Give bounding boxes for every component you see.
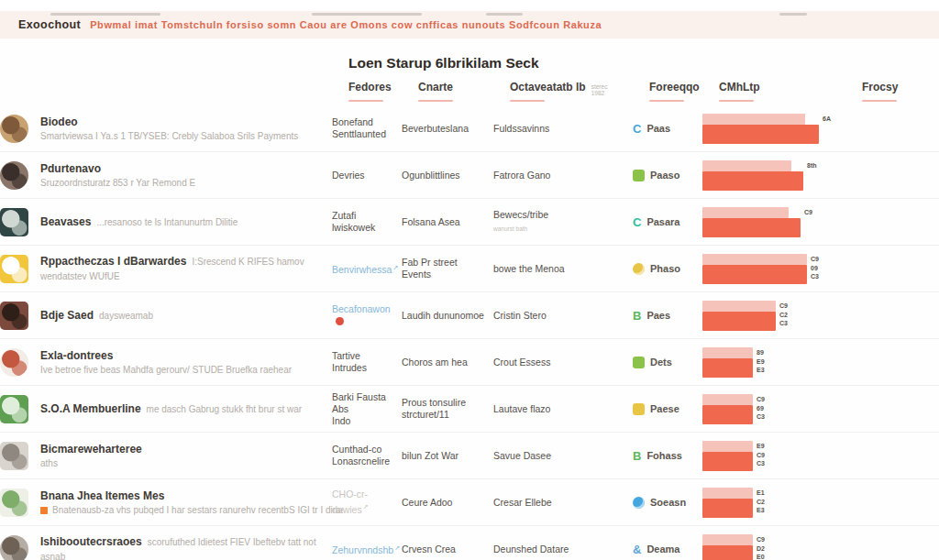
name-line: Pdurtenavo (40, 161, 195, 175)
status-cell: CPaas (633, 123, 702, 135)
name-line: Exla-dontrees (40, 348, 292, 362)
item-name[interactable]: S.O.A Membuerline (40, 402, 141, 415)
bar-value: C9 (779, 302, 788, 311)
bar-chart-cell: 8th (702, 159, 842, 191)
column-header-features[interactable]: Fedores (348, 81, 418, 102)
column-header-detail[interactable]: Octaveatatb lb sterec1982 (510, 81, 649, 102)
bar-chart-cell: C9C2C3 (702, 300, 842, 331)
header-subnote: sterec1982 (591, 81, 608, 102)
feature-value: TartiveIntrudes (332, 350, 367, 373)
bar-value: 6A (823, 115, 831, 124)
external-link-icon: ↗ (392, 264, 398, 270)
status-cell: Phaso (633, 263, 702, 275)
item-name[interactable]: Bdje Saed (40, 309, 94, 322)
detail-cell: Savue Dasee (493, 450, 633, 462)
row-main-cell: Rppactheczas I dBarwardesI:Srescend K RI… (0, 254, 332, 283)
row-main-cell: Bdje Saeddaysweamab (0, 302, 332, 330)
status-icon: B (633, 450, 641, 462)
status-cell: Soeasn (633, 497, 702, 509)
feature-value-link[interactable]: CHO-cr-dawies↗ (332, 489, 369, 515)
bar-value: 09 (811, 264, 819, 273)
table-row: PdurtenavoSruzoordnsturatz 853 r Yar Rem… (0, 151, 939, 198)
detail-cell: Deunshed Datare (493, 544, 633, 555)
features-cell: TartiveIntrudes (332, 350, 402, 374)
bar-solid (702, 265, 807, 284)
bar-value-labels: C9D2E0 (757, 534, 765, 560)
bar-group (702, 301, 776, 331)
bar-group (702, 394, 753, 424)
item-name[interactable]: Beavases (40, 215, 91, 228)
row-main-cell: S.O.A Membuerlineme dasch Gabrug stukk f… (0, 395, 332, 423)
header-underline (418, 100, 453, 102)
bar-light (702, 207, 789, 218)
feature-value-link[interactable]: Becafonawon (332, 303, 391, 314)
row-identity: PdurtenavoSruzoordnsturatz 853 r Yar Rem… (40, 161, 195, 189)
item-name[interactable]: Bnana Jhea Itemes Mes (40, 489, 164, 502)
table-header: Fedores Cnarte Octaveatatb lb sterec1982… (0, 81, 939, 105)
bar-value-labels: E9C9C3 (757, 441, 765, 468)
detail-cell: Fuldssavinns (493, 123, 633, 135)
bar-value: C9 (804, 208, 812, 217)
feature-value-link[interactable]: Benvirwhessa↗ (332, 264, 398, 275)
feature-value: Barki Fausta AbsIndo (332, 391, 386, 426)
feature-value-link[interactable]: Zehurvnndshb↗ (332, 544, 400, 555)
bar-chart-cell: E1C2E3 (702, 487, 842, 518)
avatar (0, 535, 28, 560)
item-name[interactable]: Biodeo (40, 115, 78, 128)
table-row: Bnana Jhea Itemes MesBnatenausb-za vhs p… (0, 478, 939, 525)
status-icon: & (633, 544, 641, 555)
bar-chart-cell: C909C3 (702, 253, 842, 284)
status-label: Paes (646, 310, 670, 321)
charts-cell: Ceure Adoo (402, 497, 493, 509)
bar-value: C3 (811, 272, 819, 281)
feature-value: Devries (332, 170, 365, 181)
item-name[interactable]: Rppactheczas I dBarwardes (40, 255, 186, 268)
bar-group (702, 207, 801, 237)
item-name[interactable]: Ishibooutecrsraoes (40, 535, 142, 548)
column-header-charts[interactable]: Cnarte (418, 81, 510, 102)
bar-value: E0 (757, 553, 765, 560)
orange-bullet-icon (40, 507, 48, 514)
status-label: Phaso (650, 263, 680, 274)
status-icon (633, 170, 645, 181)
bar-light (702, 254, 807, 265)
bar-group (702, 347, 753, 378)
column-header-foreign[interactable]: Foreeqqo (649, 81, 719, 102)
bar-solid (702, 405, 753, 424)
bar-value: C9 (757, 535, 765, 544)
item-name[interactable]: Bicmareweharteree (40, 443, 142, 456)
external-link-icon: ↗ (394, 544, 400, 551)
detail-cell: bowe the Menoa (493, 263, 633, 275)
row-identity: S.O.A Membuerlineme dasch Gabrug stukk f… (40, 401, 302, 416)
item-inline-description: me dasch Gabrug stukk fht brur st war (147, 404, 303, 414)
bar-value-labels: C969C3 (757, 394, 765, 422)
bar-value-labels: C9C2C3 (779, 301, 788, 328)
charts-cell: Fab Pr streetEvents (402, 257, 493, 280)
item-description: Smartviewsa I Ya.s 1 TB/YSEB: Crebly Sal… (40, 131, 298, 142)
bar-value-labels: 8th (807, 160, 817, 170)
status-cell: Paese (633, 403, 702, 415)
item-inline-description: daysweamab (99, 311, 153, 321)
item-description: aths (40, 458, 142, 469)
item-name[interactable]: Pdurtenavo (40, 162, 101, 175)
bar-value: C9 (757, 451, 765, 460)
table-row: Ishibooutecrsraoesscorufuthed Idietest F… (0, 525, 939, 560)
charts-cell: Prous tonsulirestrcturet/11 (402, 397, 493, 421)
bar-solid (702, 499, 753, 518)
bar-chart-cell: C9 (702, 206, 842, 237)
header-underline (862, 100, 897, 102)
charts-cell: Crvesn Crea (402, 544, 493, 555)
column-header-cnhltp[interactable]: CMhLtp (719, 81, 858, 102)
row-main-cell: Bicmarewehartereeaths (0, 442, 332, 470)
column-header-frequency[interactable]: Frocsy (858, 81, 939, 102)
status-label: Deama (646, 544, 679, 555)
features-cell: BonefandSenttlaunted (332, 116, 402, 140)
detail-cell: Fatrora Gano (493, 170, 633, 181)
item-name[interactable]: Exla-dontrees (40, 349, 113, 362)
bar-value: E9 (757, 442, 765, 451)
row-identity: BiodeoSmartviewsa I Ya.s 1 TB/YSEB: Creb… (40, 115, 298, 142)
status-icon (633, 263, 645, 275)
bar-chart-cell: C969C3 (702, 393, 842, 424)
item-inline-description: ...resanoso te ls Intanunurtm Dilitie (96, 217, 238, 227)
features-cell: Cunthad-coLonasrcnelire (332, 444, 402, 467)
